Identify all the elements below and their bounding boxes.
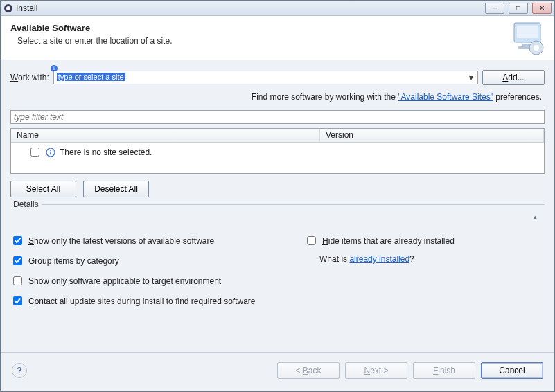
opt-hide-installed[interactable]: Hide items that are already installed	[304, 234, 545, 247]
empty-message: There is no site selected.	[60, 148, 152, 157]
svg-point-1	[6, 6, 10, 10]
opt-group-category-checkbox[interactable]	[13, 256, 22, 265]
details-label: Details	[10, 199, 42, 209]
column-name[interactable]: Name	[11, 129, 320, 142]
header-panel: Available Software Select a site or ente…	[1, 16, 554, 60]
work-with-label: Work with:	[10, 73, 49, 82]
opt-contact-sites[interactable]: Contact all update sites during install …	[10, 294, 545, 308]
opt-target-env-checkbox[interactable]	[13, 276, 22, 285]
table-row: There is no site selected.	[15, 145, 540, 159]
chevron-down-icon[interactable]: ▾	[466, 73, 476, 82]
options-grid: Show only the latest versions of availab…	[10, 234, 545, 308]
opt-hide-installed-checkbox[interactable]	[307, 236, 316, 245]
page-subtitle: Select a site or enter the location of a…	[17, 36, 545, 46]
already-installed-link[interactable]: already installed	[349, 254, 409, 264]
select-all-button[interactable]: Select All	[10, 181, 76, 197]
svg-rect-9	[50, 151, 51, 154]
svg-point-7	[534, 45, 539, 51]
deselect-all-button[interactable]: Deselect All	[83, 181, 149, 197]
info-icon	[46, 148, 55, 157]
row-checkbox[interactable]	[30, 148, 39, 157]
cancel-button[interactable]: Cancel	[481, 362, 543, 379]
details-group: Details ▴	[10, 204, 545, 227]
table-body: There is no site selected.	[11, 143, 544, 173]
install-dialog: Install ─ □ ✕ Available Software Select …	[0, 0, 555, 392]
install-wizard-icon	[507, 20, 546, 56]
find-more-prefix: Find more software by working with the	[252, 92, 398, 102]
help-icon[interactable]: ?	[12, 363, 27, 378]
software-table: Name Version There is no site selected.	[10, 128, 545, 174]
work-with-row: i Work with: type or select a site ▾ AAd…	[10, 70, 545, 85]
finish-button: Finish	[413, 362, 475, 379]
add-button[interactable]: AAdd...dd...	[482, 70, 545, 85]
filter-input[interactable]	[10, 110, 545, 124]
scroll-up-icon[interactable]: ▴	[534, 213, 542, 222]
table-header: Name Version	[11, 129, 544, 143]
window-title: Install	[16, 3, 37, 13]
back-button: < Back	[277, 362, 340, 379]
column-version[interactable]: Version	[320, 129, 544, 142]
minimize-button[interactable]: ─	[485, 3, 504, 14]
close-button[interactable]: ✕	[532, 3, 552, 14]
page-title: Available Software	[10, 23, 545, 33]
work-with-combo[interactable]: type or select a site ▾	[53, 71, 478, 84]
opt-show-latest-checkbox[interactable]	[13, 236, 22, 245]
content-area: i Work with: type or select a site ▾ AAd…	[1, 60, 554, 352]
footer-bar: ? < Back Next > Finish Cancel	[1, 352, 554, 391]
available-sites-link[interactable]: "Available Software Sites"	[398, 92, 493, 102]
svg-rect-3	[517, 26, 538, 38]
maximize-button[interactable]: □	[509, 3, 528, 14]
svg-point-10	[50, 150, 51, 151]
details-body: ▴	[10, 216, 545, 227]
opt-target-env[interactable]: Show only software applicable to target …	[10, 274, 304, 287]
find-more-suffix: preferences.	[493, 92, 542, 102]
opt-contact-sites-checkbox[interactable]	[13, 296, 22, 305]
app-icon	[3, 3, 13, 13]
next-button: Next >	[345, 362, 407, 379]
find-more-hint: Find more software by working with the "…	[10, 89, 545, 106]
work-with-input[interactable]	[53, 71, 478, 84]
opt-show-latest[interactable]: Show only the latest versions of availab…	[10, 234, 304, 247]
opt-group-category[interactable]: Group items by category	[10, 254, 304, 267]
what-is-installed: What is already installed?	[319, 254, 545, 267]
selection-buttons: Select All Deselect All	[10, 181, 545, 197]
titlebar: Install ─ □ ✕	[1, 1, 554, 16]
